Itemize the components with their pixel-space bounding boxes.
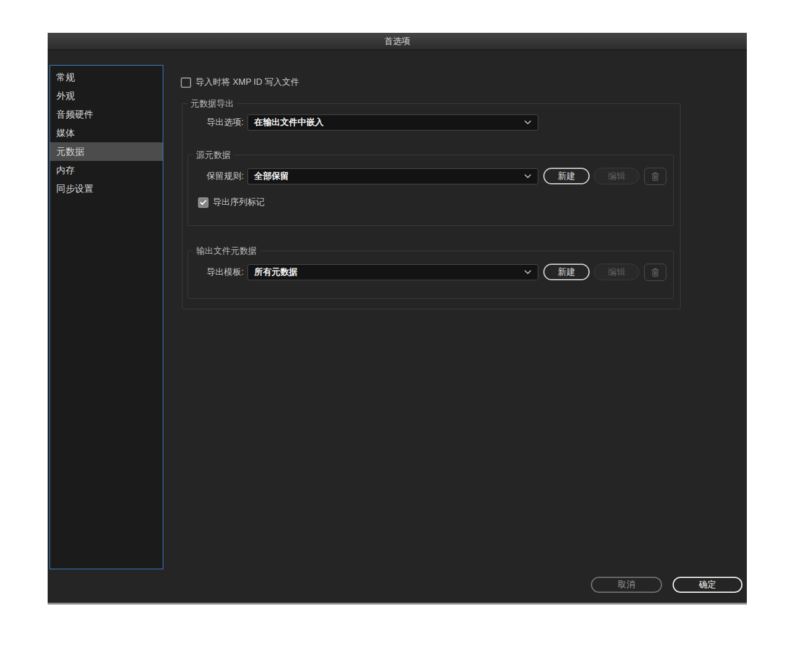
metadata-export-group-title: 元数据导出: [187, 98, 237, 109]
retention-rule-row: 保留规则: 全部保留 新建 编辑: [188, 168, 666, 184]
export-template-new-button[interactable]: 新建: [543, 264, 590, 280]
trash-icon: [651, 171, 660, 181]
screen-background: 首选项 常规 外观 音频硬件 媒体 元数据 内存 同步设置 导入时将 XMP I…: [0, 0, 792, 672]
export-template-row: 导出模板: 所有元数据 新建 编辑: [188, 264, 666, 280]
output-file-metadata-group-title: 输出文件元数据: [193, 246, 260, 256]
ok-button[interactable]: 确定: [673, 577, 742, 593]
dialog-title: 首选项: [384, 36, 410, 47]
export-template-value: 所有元数据: [254, 267, 298, 278]
sidebar-item-general[interactable]: 常规: [50, 68, 163, 87]
export-option-dropdown[interactable]: 在输出文件中嵌入: [248, 114, 538, 131]
chevron-down-icon: [524, 270, 532, 275]
export-option-value: 在输出文件中嵌入: [254, 117, 324, 128]
title-bar: 首选项: [48, 33, 747, 50]
sidebar-item-sync-settings[interactable]: 同步设置: [50, 179, 163, 198]
source-metadata-group-title: 源元数据: [193, 150, 234, 160]
retention-rule-delete-button[interactable]: [644, 168, 666, 185]
export-template-edit-button[interactable]: 编辑: [594, 264, 639, 280]
sequence-markers-label: 导出序列标记: [213, 197, 265, 208]
preferences-dialog: 首选项 常规 外观 音频硬件 媒体 元数据 内存 同步设置 导入时将 XMP I…: [48, 33, 747, 605]
cancel-button[interactable]: 取消: [591, 577, 662, 593]
write-xmp-id-row: 导入时将 XMP ID 写入文件: [181, 77, 299, 88]
sidebar-item-memory[interactable]: 内存: [50, 161, 163, 179]
sidebar-item-appearance[interactable]: 外观: [50, 87, 163, 105]
export-template-delete-button[interactable]: [644, 264, 666, 281]
export-template-label: 导出模板:: [188, 267, 244, 278]
write-xmp-id-checkbox[interactable]: [181, 77, 191, 88]
chevron-down-icon: [524, 174, 532, 179]
sidebar-item-audio-hardware[interactable]: 音频硬件: [50, 105, 163, 124]
preferences-category-list: 常规 外观 音频硬件 媒体 元数据 内存 同步设置: [50, 65, 163, 569]
export-template-dropdown[interactable]: 所有元数据: [248, 264, 538, 280]
retention-rule-new-button[interactable]: 新建: [543, 168, 590, 184]
retention-rule-edit-button[interactable]: 编辑: [594, 168, 639, 184]
check-icon: [200, 200, 207, 205]
export-option-row: 导出选项: 在输出文件中嵌入: [188, 114, 538, 131]
sequence-markers-checkbox[interactable]: [198, 197, 209, 208]
retention-rule-label: 保留规则:: [188, 171, 244, 182]
retention-rule-value: 全部保留: [254, 171, 289, 182]
sidebar-item-media[interactable]: 媒体: [50, 124, 163, 142]
retention-rule-dropdown[interactable]: 全部保留: [248, 168, 538, 184]
chevron-down-icon: [524, 120, 532, 125]
write-xmp-id-label: 导入时将 XMP ID 写入文件: [196, 77, 299, 88]
sidebar-item-metadata[interactable]: 元数据: [50, 142, 163, 161]
export-option-label: 导出选项:: [188, 117, 244, 128]
sequence-markers-row: 导出序列标记: [198, 197, 265, 208]
source-metadata-group: 源元数据: [187, 155, 674, 226]
trash-icon: [651, 267, 660, 277]
